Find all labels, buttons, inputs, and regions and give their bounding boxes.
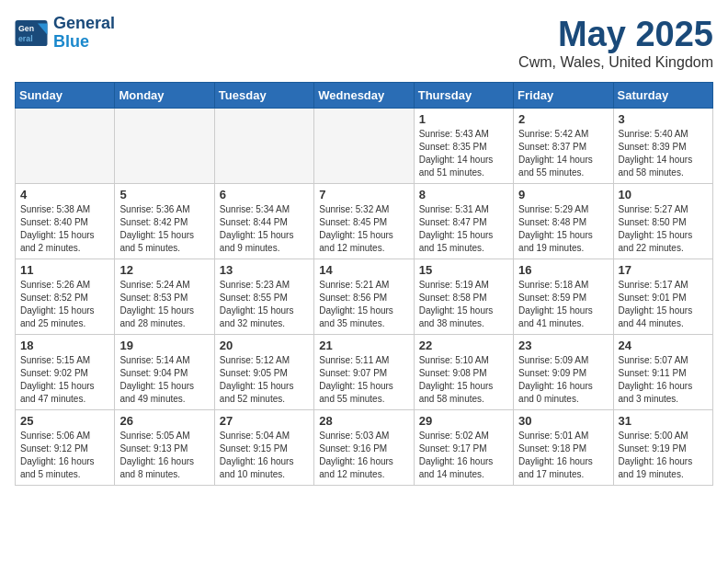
day-number: 4 (20, 188, 109, 201)
calendar-week-5: 25Sunrise: 5:06 AM Sunset: 9:12 PM Dayli… (16, 410, 713, 486)
calendar-week-3: 11Sunrise: 5:26 AM Sunset: 8:52 PM Dayli… (16, 259, 713, 335)
day-number: 12 (119, 263, 209, 277)
weekday-header-wednesday: Wednesday (314, 83, 414, 109)
day-info: Sunrise: 5:19 AM Sunset: 8:58 PM Dayligh… (419, 279, 508, 330)
day-number: 30 (518, 414, 608, 428)
day-info: Sunrise: 5:24 AM Sunset: 8:53 PM Dayligh… (119, 279, 209, 330)
day-info: Sunrise: 5:29 AM Sunset: 8:48 PM Dayligh… (518, 203, 608, 255)
day-number: 17 (619, 263, 708, 277)
weekday-header-monday: Monday (115, 83, 214, 109)
day-info: Sunrise: 5:43 AM Sunset: 8:35 PM Dayligh… (419, 128, 508, 179)
calendar-cell: 7Sunrise: 5:32 AM Sunset: 8:45 PM Daylig… (314, 184, 414, 259)
day-info: Sunrise: 5:04 AM Sunset: 9:15 PM Dayligh… (220, 430, 309, 481)
calendar-cell: 13Sunrise: 5:23 AM Sunset: 8:55 PM Dayli… (214, 259, 313, 335)
calendar-cell (16, 109, 115, 184)
svg-text:eral: eral (18, 34, 33, 43)
day-number: 19 (119, 339, 209, 352)
day-number: 25 (20, 414, 109, 428)
calendar-cell: 6Sunrise: 5:34 AM Sunset: 8:44 PM Daylig… (214, 184, 313, 259)
calendar-cell: 30Sunrise: 5:01 AM Sunset: 9:18 PM Dayli… (514, 410, 613, 486)
day-info: Sunrise: 5:18 AM Sunset: 8:59 PM Dayligh… (518, 279, 608, 330)
weekday-header-saturday: Saturday (613, 83, 712, 109)
logo-icon: Gen eral (15, 20, 48, 46)
day-number: 14 (319, 263, 408, 277)
weekday-header-tuesday: Tuesday (214, 83, 313, 109)
day-number: 7 (319, 188, 408, 201)
day-info: Sunrise: 5:10 AM Sunset: 9:08 PM Dayligh… (419, 354, 508, 406)
calendar-cell (214, 109, 313, 184)
calendar-cell: 22Sunrise: 5:10 AM Sunset: 9:08 PM Dayli… (414, 335, 513, 410)
calendar-cell: 23Sunrise: 5:09 AM Sunset: 9:09 PM Dayli… (514, 335, 613, 410)
calendar-cell: 24Sunrise: 5:07 AM Sunset: 9:11 PM Dayli… (613, 335, 712, 410)
day-number: 18 (20, 339, 109, 352)
day-number: 23 (518, 339, 608, 352)
day-info: Sunrise: 5:15 AM Sunset: 9:02 PM Dayligh… (20, 354, 109, 406)
calendar-cell: 20Sunrise: 5:12 AM Sunset: 9:05 PM Dayli… (214, 335, 313, 410)
calendar-cell: 28Sunrise: 5:03 AM Sunset: 9:16 PM Dayli… (314, 410, 414, 486)
day-info: Sunrise: 5:34 AM Sunset: 8:44 PM Dayligh… (220, 203, 309, 255)
day-number: 13 (220, 263, 309, 277)
day-info: Sunrise: 5:27 AM Sunset: 8:50 PM Dayligh… (619, 203, 708, 255)
day-info: Sunrise: 5:38 AM Sunset: 8:40 PM Dayligh… (20, 203, 109, 255)
day-info: Sunrise: 5:14 AM Sunset: 9:04 PM Dayligh… (119, 354, 209, 406)
day-info: Sunrise: 5:21 AM Sunset: 8:56 PM Dayligh… (319, 279, 408, 330)
calendar-cell: 11Sunrise: 5:26 AM Sunset: 8:52 PM Dayli… (16, 259, 115, 335)
calendar-cell: 27Sunrise: 5:04 AM Sunset: 9:15 PM Dayli… (214, 410, 313, 486)
logo: Gen eral General Blue (15, 15, 115, 52)
calendar-cell: 29Sunrise: 5:02 AM Sunset: 9:17 PM Dayli… (414, 410, 513, 486)
day-number: 22 (419, 339, 508, 352)
calendar-cell: 10Sunrise: 5:27 AM Sunset: 8:50 PM Dayli… (613, 184, 712, 259)
day-number: 2 (518, 112, 608, 126)
calendar-cell: 12Sunrise: 5:24 AM Sunset: 8:53 PM Dayli… (115, 259, 214, 335)
day-number: 9 (518, 188, 608, 201)
calendar-cell: 25Sunrise: 5:06 AM Sunset: 9:12 PM Dayli… (16, 410, 115, 486)
calendar-cell: 3Sunrise: 5:40 AM Sunset: 8:39 PM Daylig… (613, 109, 712, 184)
day-info: Sunrise: 5:09 AM Sunset: 9:09 PM Dayligh… (518, 354, 608, 406)
day-info: Sunrise: 5:11 AM Sunset: 9:07 PM Dayligh… (319, 354, 408, 406)
day-info: Sunrise: 5:02 AM Sunset: 9:17 PM Dayligh… (419, 430, 508, 481)
weekday-header-sunday: Sunday (16, 83, 115, 109)
page-header: Gen eral General Blue May 2025 Cwm, Wale… (15, 15, 713, 71)
weekday-header-thursday: Thursday (414, 83, 513, 109)
day-number: 28 (319, 414, 408, 428)
day-number: 31 (619, 414, 708, 428)
day-number: 15 (419, 263, 508, 277)
day-number: 5 (119, 188, 209, 201)
day-number: 20 (220, 339, 309, 352)
calendar-cell (115, 109, 214, 184)
day-number: 1 (419, 112, 508, 126)
calendar-cell: 4Sunrise: 5:38 AM Sunset: 8:40 PM Daylig… (16, 184, 115, 259)
day-number: 6 (220, 188, 309, 201)
day-number: 29 (419, 414, 508, 428)
day-number: 10 (619, 188, 708, 201)
month-title: May 2025 (518, 15, 713, 54)
calendar-cell: 1Sunrise: 5:43 AM Sunset: 8:35 PM Daylig… (414, 109, 513, 184)
location: Cwm, Wales, United Kingdom (518, 54, 713, 71)
calendar-cell: 15Sunrise: 5:19 AM Sunset: 8:58 PM Dayli… (414, 259, 513, 335)
day-number: 24 (619, 339, 708, 352)
day-info: Sunrise: 5:31 AM Sunset: 8:47 PM Dayligh… (419, 203, 508, 255)
day-info: Sunrise: 5:42 AM Sunset: 8:37 PM Dayligh… (518, 128, 608, 179)
calendar-cell: 8Sunrise: 5:31 AM Sunset: 8:47 PM Daylig… (414, 184, 513, 259)
day-number: 3 (619, 112, 708, 126)
calendar-cell: 26Sunrise: 5:05 AM Sunset: 9:13 PM Dayli… (115, 410, 214, 486)
day-info: Sunrise: 5:26 AM Sunset: 8:52 PM Dayligh… (20, 279, 109, 330)
calendar-week-2: 4Sunrise: 5:38 AM Sunset: 8:40 PM Daylig… (16, 184, 713, 259)
day-info: Sunrise: 5:40 AM Sunset: 8:39 PM Dayligh… (619, 128, 708, 179)
weekday-header-row: SundayMondayTuesdayWednesdayThursdayFrid… (16, 83, 713, 109)
day-info: Sunrise: 5:32 AM Sunset: 8:45 PM Dayligh… (319, 203, 408, 255)
calendar-week-1: 1Sunrise: 5:43 AM Sunset: 8:35 PM Daylig… (16, 109, 713, 184)
day-info: Sunrise: 5:00 AM Sunset: 9:19 PM Dayligh… (619, 430, 708, 481)
day-info: Sunrise: 5:01 AM Sunset: 9:18 PM Dayligh… (518, 430, 608, 481)
calendar-cell: 16Sunrise: 5:18 AM Sunset: 8:59 PM Dayli… (514, 259, 613, 335)
logo-text: General Blue (53, 15, 115, 52)
calendar-cell (314, 109, 414, 184)
day-info: Sunrise: 5:23 AM Sunset: 8:55 PM Dayligh… (220, 279, 309, 330)
weekday-header-friday: Friday (514, 83, 613, 109)
calendar-cell: 21Sunrise: 5:11 AM Sunset: 9:07 PM Dayli… (314, 335, 414, 410)
calendar-cell: 17Sunrise: 5:17 AM Sunset: 9:01 PM Dayli… (613, 259, 712, 335)
calendar-cell: 2Sunrise: 5:42 AM Sunset: 8:37 PM Daylig… (514, 109, 613, 184)
day-number: 26 (119, 414, 209, 428)
svg-text:Gen: Gen (18, 24, 34, 33)
calendar-cell: 18Sunrise: 5:15 AM Sunset: 9:02 PM Dayli… (16, 335, 115, 410)
